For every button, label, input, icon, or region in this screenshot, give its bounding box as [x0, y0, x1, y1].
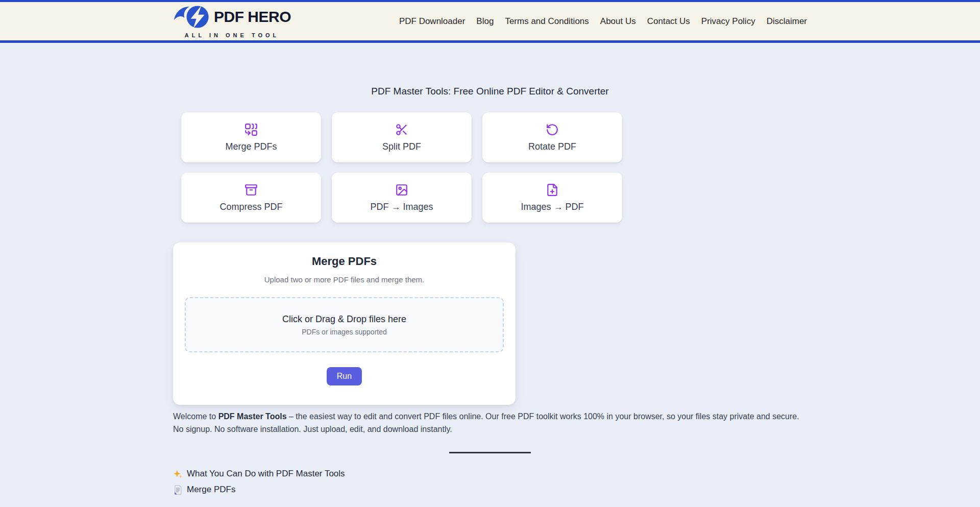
image-icon [395, 183, 408, 197]
features-heading-line: What You Can Do with PDF Master Tools [173, 469, 807, 479]
page-title: PDF Master Tools: Free Online PDF Editor… [173, 86, 807, 97]
nav-item-pdf-downloader[interactable]: PDF Downloader [399, 16, 465, 27]
brand-name: PDF HERO [214, 9, 291, 25]
tool-card-label: Split PDF [382, 141, 421, 152]
archive-icon [244, 183, 258, 197]
main-nav: PDF Downloader Blog Terms and Conditions… [399, 16, 807, 27]
tool-card-images-to-pdf[interactable]: Images → PDF [482, 173, 622, 223]
brand-logo[interactable]: PDF HERO ALL IN ONE TOOL [173, 4, 291, 38]
combine-icon [244, 123, 258, 136]
nav-item-terms[interactable]: Terms and Conditions [505, 16, 589, 27]
nav-item-about[interactable]: About Us [600, 16, 636, 27]
run-button[interactable]: Run [327, 367, 362, 385]
features-section: What You Can Do with PDF Master Tools Me… [173, 469, 807, 495]
tool-card-compress-pdf[interactable]: Compress PDF [181, 173, 321, 223]
welcome-highlight: PDF Master Tools [218, 412, 287, 421]
tool-card-label: Compress PDF [219, 202, 282, 212]
dropzone-hint: PDFs or images supported [302, 328, 387, 336]
tool-card-merge-pdfs[interactable]: Merge PDFs [181, 112, 321, 162]
tools-grid: Merge PDFs Split PDF Rotate PDF [181, 112, 622, 223]
tool-card-label: Images → PDF [521, 202, 583, 212]
sparkles-icon [173, 469, 183, 479]
site-header: PDF HERO ALL IN ONE TOOL PDF Downloader … [0, 2, 980, 43]
tool-card-label: PDF → Images [370, 202, 433, 212]
main-content: PDF Master Tools: Free Online PDF Editor… [173, 86, 807, 495]
nav-item-disclaimer[interactable]: Disclaimer [767, 16, 807, 27]
welcome-paragraph: Welcome to PDF Master Tools – the easies… [173, 410, 807, 436]
welcome-prefix: Welcome to [173, 412, 218, 421]
section-divider [449, 452, 531, 453]
feature-item-label: Merge PDFs [187, 485, 235, 495]
feature-item-merge-pdfs: Merge PDFs [173, 485, 807, 495]
features-heading: What You Can Do with PDF Master Tools [187, 469, 345, 479]
merge-pdfs-panel: Merge PDFs Upload two or more PDF files … [173, 243, 516, 405]
lightning-bolt-wing-logo-icon [173, 4, 211, 30]
rotate-ccw-icon [546, 123, 559, 136]
tool-card-rotate-pdf[interactable]: Rotate PDF [482, 112, 622, 162]
nav-item-privacy[interactable]: Privacy Policy [701, 16, 755, 27]
file-plus-icon [546, 183, 559, 197]
tool-card-split-pdf[interactable]: Split PDF [332, 112, 472, 162]
file-dropzone[interactable]: Click or Drag & Drop files here PDFs or … [185, 297, 504, 352]
scissors-icon [395, 123, 408, 136]
document-icon [173, 485, 183, 495]
panel-title: Merge PDFs [173, 255, 516, 268]
tool-card-label: Rotate PDF [528, 141, 576, 152]
tool-card-label: Merge PDFs [225, 141, 277, 152]
brand-tagline: ALL IN ONE TOOL [173, 32, 291, 38]
nav-item-blog[interactable]: Blog [476, 16, 494, 27]
nav-item-contact[interactable]: Contact Us [647, 16, 690, 27]
panel-subtitle: Upload two or more PDF files and merge t… [173, 275, 516, 284]
dropzone-label: Click or Drag & Drop files here [282, 314, 406, 325]
tool-card-pdf-to-images[interactable]: PDF → Images [332, 173, 472, 223]
